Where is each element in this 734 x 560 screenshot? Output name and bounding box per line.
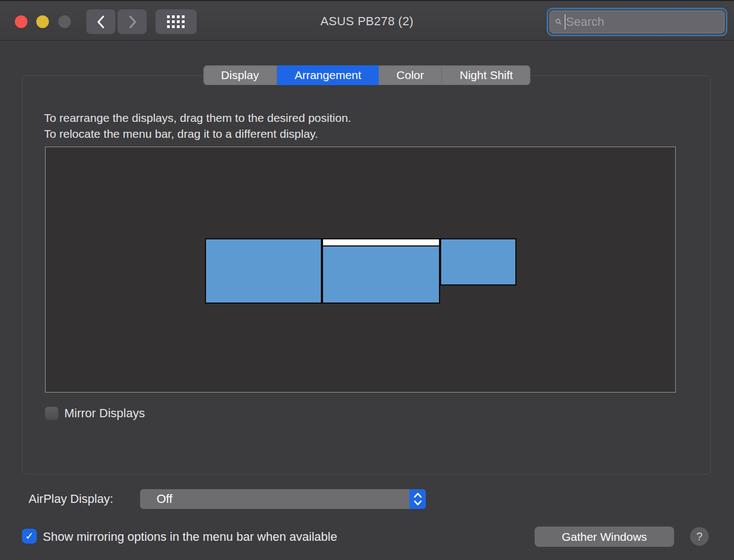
show-mirroring-label: Show mirroring options in the menu bar w…	[43, 529, 337, 544]
tab-arrangement[interactable]: Arrangement	[277, 65, 379, 85]
mirror-displays-checkbox[interactable]: ✓	[45, 406, 59, 421]
airplay-display-label: AirPlay Display:	[29, 492, 113, 506]
airplay-selected-value: Off	[140, 492, 409, 506]
mirror-displays-label: Mirror Displays	[64, 406, 145, 421]
checkmark-icon: ✓	[25, 531, 34, 541]
system-preferences-window: ASUS PB278 (2) DisplayArrangementColorNi…	[0, 0, 734, 560]
menu-bar-strip[interactable]	[323, 239, 439, 247]
display-box-3[interactable]	[440, 238, 516, 285]
display-box-1[interactable]	[205, 238, 322, 304]
gather-windows-button[interactable]: Gather Windows	[535, 527, 674, 547]
instruction-line-2: To relocate the menu bar, drag it to a d…	[44, 126, 351, 142]
help-button[interactable]: ?	[690, 527, 709, 546]
text-cursor	[565, 14, 565, 30]
airplay-display-dropdown[interactable]: Off	[140, 489, 426, 509]
instruction-line-1: To rearrange the displays, drag them to …	[44, 110, 351, 126]
tab-display[interactable]: Display	[203, 65, 277, 85]
dropdown-stepper	[409, 489, 426, 509]
search-input[interactable]	[566, 15, 724, 29]
display-box-2-with-menu-bar[interactable]	[322, 238, 440, 304]
search-field[interactable]	[549, 10, 725, 33]
up-down-chevrons-icon	[413, 491, 422, 507]
title-bar: ASUS PB278 (2)	[0, 0, 734, 41]
tab-night-shift[interactable]: Night Shift	[442, 65, 531, 85]
arrangement-instructions: To rearrange the displays, drag them to …	[44, 110, 351, 142]
search-focus-ring	[547, 8, 727, 36]
show-mirroring-checkbox[interactable]: ✓	[22, 529, 37, 544]
tab-color[interactable]: Color	[379, 65, 442, 85]
display-arrangement-area[interactable]	[45, 147, 676, 393]
search-icon	[555, 15, 562, 29]
tab-bar: DisplayArrangementColorNight Shift	[203, 65, 530, 85]
